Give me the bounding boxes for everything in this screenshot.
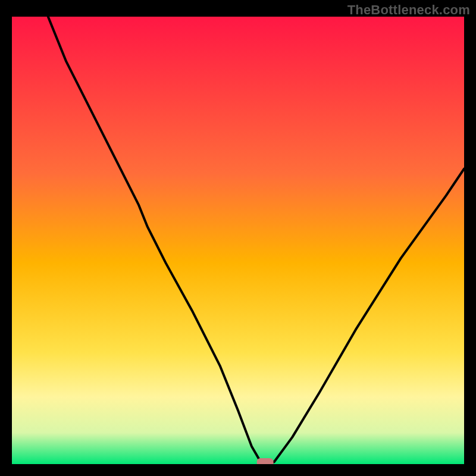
watermark-text: TheBottleneck.com — [347, 2, 470, 18]
gradient-background — [12, 17, 464, 464]
chart-svg — [12, 17, 464, 464]
chart-frame: TheBottleneck.com — [0, 0, 476, 476]
chart-plot-area — [12, 17, 464, 464]
minimum-marker — [257, 458, 274, 464]
